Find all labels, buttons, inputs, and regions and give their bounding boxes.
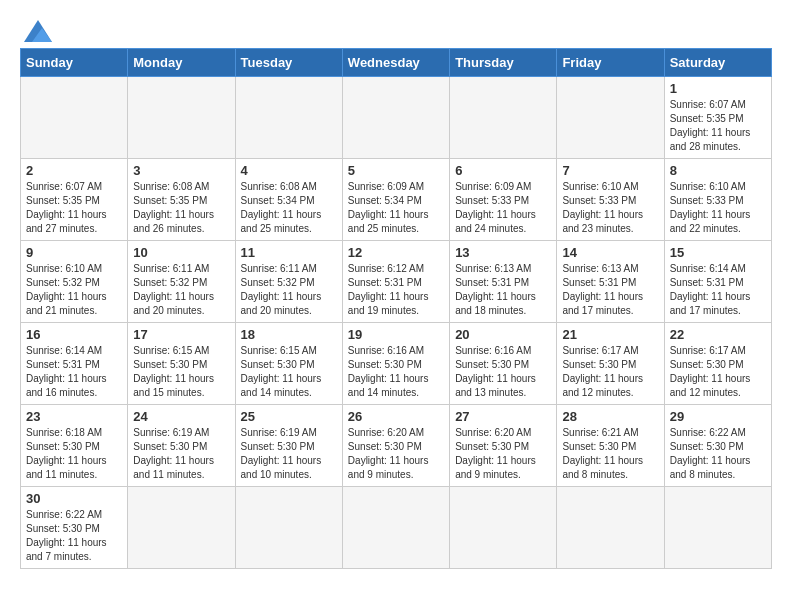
day-info: Sunrise: 6:11 AM Sunset: 5:32 PM Dayligh… (241, 262, 337, 318)
day-number: 11 (241, 245, 337, 260)
day-number: 2 (26, 163, 122, 178)
day-info: Sunrise: 6:07 AM Sunset: 5:35 PM Dayligh… (670, 98, 766, 154)
day-cell-2-4: 13Sunrise: 6:13 AM Sunset: 5:31 PM Dayli… (450, 241, 557, 323)
day-cell-1-3: 5Sunrise: 6:09 AM Sunset: 5:34 PM Daylig… (342, 159, 449, 241)
day-cell-1-2: 4Sunrise: 6:08 AM Sunset: 5:34 PM Daylig… (235, 159, 342, 241)
day-cell-0-4 (450, 77, 557, 159)
day-number: 17 (133, 327, 229, 342)
day-cell-4-5: 28Sunrise: 6:21 AM Sunset: 5:30 PM Dayli… (557, 405, 664, 487)
day-cell-5-5 (557, 487, 664, 569)
header (20, 20, 772, 38)
day-number: 7 (562, 163, 658, 178)
day-info: Sunrise: 6:10 AM Sunset: 5:33 PM Dayligh… (562, 180, 658, 236)
day-cell-3-5: 21Sunrise: 6:17 AM Sunset: 5:30 PM Dayli… (557, 323, 664, 405)
day-info: Sunrise: 6:19 AM Sunset: 5:30 PM Dayligh… (241, 426, 337, 482)
day-info: Sunrise: 6:14 AM Sunset: 5:31 PM Dayligh… (26, 344, 122, 400)
day-cell-2-1: 10Sunrise: 6:11 AM Sunset: 5:32 PM Dayli… (128, 241, 235, 323)
logo-icon (24, 20, 52, 42)
day-info: Sunrise: 6:22 AM Sunset: 5:30 PM Dayligh… (670, 426, 766, 482)
day-number: 15 (670, 245, 766, 260)
day-info: Sunrise: 6:15 AM Sunset: 5:30 PM Dayligh… (241, 344, 337, 400)
day-cell-3-4: 20Sunrise: 6:16 AM Sunset: 5:30 PM Dayli… (450, 323, 557, 405)
day-cell-3-1: 17Sunrise: 6:15 AM Sunset: 5:30 PM Dayli… (128, 323, 235, 405)
day-cell-5-0: 30Sunrise: 6:22 AM Sunset: 5:30 PM Dayli… (21, 487, 128, 569)
day-info: Sunrise: 6:19 AM Sunset: 5:30 PM Dayligh… (133, 426, 229, 482)
day-cell-0-1 (128, 77, 235, 159)
week-row-1: 1Sunrise: 6:07 AM Sunset: 5:35 PM Daylig… (21, 77, 772, 159)
day-cell-4-0: 23Sunrise: 6:18 AM Sunset: 5:30 PM Dayli… (21, 405, 128, 487)
day-info: Sunrise: 6:22 AM Sunset: 5:30 PM Dayligh… (26, 508, 122, 564)
day-info: Sunrise: 6:16 AM Sunset: 5:30 PM Dayligh… (455, 344, 551, 400)
day-number: 28 (562, 409, 658, 424)
day-cell-0-3 (342, 77, 449, 159)
day-number: 24 (133, 409, 229, 424)
day-cell-3-3: 19Sunrise: 6:16 AM Sunset: 5:30 PM Dayli… (342, 323, 449, 405)
day-cell-2-0: 9Sunrise: 6:10 AM Sunset: 5:32 PM Daylig… (21, 241, 128, 323)
day-cell-4-1: 24Sunrise: 6:19 AM Sunset: 5:30 PM Dayli… (128, 405, 235, 487)
day-info: Sunrise: 6:20 AM Sunset: 5:30 PM Dayligh… (455, 426, 551, 482)
day-info: Sunrise: 6:14 AM Sunset: 5:31 PM Dayligh… (670, 262, 766, 318)
day-info: Sunrise: 6:12 AM Sunset: 5:31 PM Dayligh… (348, 262, 444, 318)
day-cell-5-3 (342, 487, 449, 569)
day-number: 1 (670, 81, 766, 96)
day-cell-0-5 (557, 77, 664, 159)
week-row-6: 30Sunrise: 6:22 AM Sunset: 5:30 PM Dayli… (21, 487, 772, 569)
day-number: 14 (562, 245, 658, 260)
day-number: 26 (348, 409, 444, 424)
header-tuesday: Tuesday (235, 49, 342, 77)
day-info: Sunrise: 6:17 AM Sunset: 5:30 PM Dayligh… (670, 344, 766, 400)
day-cell-4-3: 26Sunrise: 6:20 AM Sunset: 5:30 PM Dayli… (342, 405, 449, 487)
day-number: 25 (241, 409, 337, 424)
day-cell-4-2: 25Sunrise: 6:19 AM Sunset: 5:30 PM Dayli… (235, 405, 342, 487)
header-wednesday: Wednesday (342, 49, 449, 77)
day-cell-0-2 (235, 77, 342, 159)
header-saturday: Saturday (664, 49, 771, 77)
day-info: Sunrise: 6:10 AM Sunset: 5:33 PM Dayligh… (670, 180, 766, 236)
day-number: 5 (348, 163, 444, 178)
day-cell-0-0 (21, 77, 128, 159)
day-number: 12 (348, 245, 444, 260)
day-cell-1-4: 6Sunrise: 6:09 AM Sunset: 5:33 PM Daylig… (450, 159, 557, 241)
day-cell-1-1: 3Sunrise: 6:08 AM Sunset: 5:35 PM Daylig… (128, 159, 235, 241)
logo (20, 20, 52, 38)
header-thursday: Thursday (450, 49, 557, 77)
day-number: 18 (241, 327, 337, 342)
calendar: SundayMondayTuesdayWednesdayThursdayFrid… (20, 48, 772, 569)
day-number: 19 (348, 327, 444, 342)
day-info: Sunrise: 6:20 AM Sunset: 5:30 PM Dayligh… (348, 426, 444, 482)
day-info: Sunrise: 6:13 AM Sunset: 5:31 PM Dayligh… (455, 262, 551, 318)
day-cell-1-0: 2Sunrise: 6:07 AM Sunset: 5:35 PM Daylig… (21, 159, 128, 241)
day-info: Sunrise: 6:09 AM Sunset: 5:34 PM Dayligh… (348, 180, 444, 236)
day-cell-3-6: 22Sunrise: 6:17 AM Sunset: 5:30 PM Dayli… (664, 323, 771, 405)
header-monday: Monday (128, 49, 235, 77)
day-number: 27 (455, 409, 551, 424)
calendar-header-row: SundayMondayTuesdayWednesdayThursdayFrid… (21, 49, 772, 77)
day-cell-2-5: 14Sunrise: 6:13 AM Sunset: 5:31 PM Dayli… (557, 241, 664, 323)
day-info: Sunrise: 6:10 AM Sunset: 5:32 PM Dayligh… (26, 262, 122, 318)
day-info: Sunrise: 6:07 AM Sunset: 5:35 PM Dayligh… (26, 180, 122, 236)
week-row-5: 23Sunrise: 6:18 AM Sunset: 5:30 PM Dayli… (21, 405, 772, 487)
day-cell-5-4 (450, 487, 557, 569)
day-cell-5-1 (128, 487, 235, 569)
day-cell-3-2: 18Sunrise: 6:15 AM Sunset: 5:30 PM Dayli… (235, 323, 342, 405)
day-cell-1-5: 7Sunrise: 6:10 AM Sunset: 5:33 PM Daylig… (557, 159, 664, 241)
week-row-3: 9Sunrise: 6:10 AM Sunset: 5:32 PM Daylig… (21, 241, 772, 323)
day-info: Sunrise: 6:09 AM Sunset: 5:33 PM Dayligh… (455, 180, 551, 236)
day-number: 21 (562, 327, 658, 342)
day-number: 6 (455, 163, 551, 178)
day-number: 16 (26, 327, 122, 342)
day-cell-4-6: 29Sunrise: 6:22 AM Sunset: 5:30 PM Dayli… (664, 405, 771, 487)
day-cell-1-6: 8Sunrise: 6:10 AM Sunset: 5:33 PM Daylig… (664, 159, 771, 241)
day-info: Sunrise: 6:11 AM Sunset: 5:32 PM Dayligh… (133, 262, 229, 318)
day-info: Sunrise: 6:21 AM Sunset: 5:30 PM Dayligh… (562, 426, 658, 482)
day-info: Sunrise: 6:16 AM Sunset: 5:30 PM Dayligh… (348, 344, 444, 400)
day-info: Sunrise: 6:13 AM Sunset: 5:31 PM Dayligh… (562, 262, 658, 318)
day-cell-3-0: 16Sunrise: 6:14 AM Sunset: 5:31 PM Dayli… (21, 323, 128, 405)
week-row-2: 2Sunrise: 6:07 AM Sunset: 5:35 PM Daylig… (21, 159, 772, 241)
day-cell-4-4: 27Sunrise: 6:20 AM Sunset: 5:30 PM Dayli… (450, 405, 557, 487)
day-number: 9 (26, 245, 122, 260)
day-number: 30 (26, 491, 122, 506)
day-info: Sunrise: 6:17 AM Sunset: 5:30 PM Dayligh… (562, 344, 658, 400)
day-cell-5-2 (235, 487, 342, 569)
day-info: Sunrise: 6:18 AM Sunset: 5:30 PM Dayligh… (26, 426, 122, 482)
